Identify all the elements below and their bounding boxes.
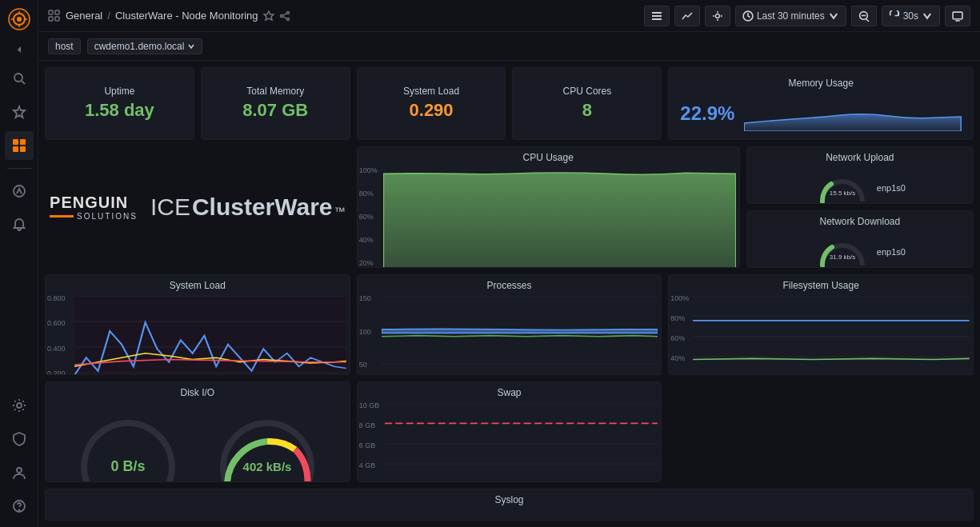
svg-text:0 B/s: 0 B/s [110, 458, 145, 474]
svg-point-25 [280, 14, 282, 17]
svg-point-24 [286, 11, 289, 14]
star-icon[interactable] [263, 10, 274, 22]
total-memory-label: Total Memory [240, 81, 310, 100]
memory-percent: 22.9% [680, 102, 734, 125]
sidebar-item-config[interactable] [5, 391, 34, 420]
clock-icon [742, 10, 754, 22]
total-memory-value: 8.07 GB [242, 100, 308, 127]
product-name: ICE ClusterWare ™ [150, 194, 346, 221]
svg-line-36 [866, 18, 868, 21]
svg-rect-31 [652, 18, 662, 20]
cpu-cores-label: CPU Cores [557, 81, 618, 100]
cpu-cores-value: 8 [582, 100, 592, 127]
chevron-down-icon [828, 10, 839, 22]
sidebar-item-search[interactable] [5, 64, 34, 93]
sidebar-item-starred[interactable] [5, 98, 34, 126]
refresh-button[interactable]: 30s [882, 6, 940, 26]
zoom-out-button[interactable] [851, 6, 877, 26]
cpu-usage-title: CPU Usage [358, 147, 739, 166]
graph-icon [682, 10, 693, 22]
svg-point-26 [286, 18, 289, 20]
svg-rect-20 [55, 10, 59, 14]
sidebar-collapse-button[interactable] [5, 40, 34, 59]
system-load-panel: System Load 0.290 [357, 67, 506, 140]
company-name: PENGUIN [50, 194, 128, 212]
disk-io-title: Disk I/O [46, 382, 350, 401]
sidebar-item-dashboards[interactable] [5, 131, 34, 160]
sidebar-item-help[interactable] [5, 492, 34, 521]
network-upload-title: Network Upload [747, 147, 973, 166]
svg-rect-30 [652, 15, 662, 17]
disk-io-panel: Disk I/O 0 B/s Disk Read [45, 381, 350, 482]
interval-label: 30s [903, 10, 918, 22]
penguin-bar [50, 215, 74, 218]
bars-button[interactable] [644, 6, 670, 26]
sidebar-item-alerting[interactable] [5, 210, 34, 239]
svg-rect-12 [13, 146, 18, 152]
grafana-logo[interactable] [6, 6, 32, 32]
topbar: General / ClusterWare - Node Monitoring [38, 0, 980, 32]
system-load-panel: System Load 0.800 0.600 0.400 0.200 0 [45, 274, 350, 375]
svg-rect-37 [953, 12, 962, 19]
time-range-button[interactable]: Last 30 minutes [735, 6, 846, 26]
uptime-panel: Uptime 1.58 day [45, 67, 194, 140]
penguin-logo: PENGUIN SOLUTIONS [50, 194, 138, 221]
breadcrumb-title[interactable]: ClusterWare - Node Monitoring [115, 10, 258, 22]
svg-point-7 [14, 74, 22, 82]
svg-line-28 [282, 13, 286, 15]
settings-button[interactable] [705, 6, 730, 26]
memory-usage-panel: Memory Usage 22.9% [668, 67, 974, 140]
swap-chart-svg: 10:20 10:30 10:40 [385, 403, 658, 482]
network-download-title: Network Download [747, 211, 973, 230]
swap-panel: Swap 10 GB 8 GB 6 GB 4 GB 2 GB 0 B [357, 381, 662, 482]
sysload-chart-svg: 10:20 10:30 10:40 [74, 296, 346, 375]
chevron-down-icon3 [187, 42, 195, 50]
sidebar-item-shield[interactable] [5, 425, 34, 453]
memory-chart [744, 95, 962, 131]
breadcrumb: General / ClusterWare - Node Monitoring [48, 10, 638, 22]
settings-icon [712, 10, 723, 22]
dashboard: Uptime 1.58 day Total Memory 8.07 GB Sys… [38, 61, 980, 527]
svg-rect-11 [20, 139, 26, 145]
svg-point-16 [17, 468, 22, 473]
cpu-cores-panel: CPU Cores 8 [512, 67, 662, 140]
chevron-down-icon2 [922, 10, 933, 22]
download-label-enp1s0: enp1s0 [877, 247, 906, 257]
branding-panel: PENGUIN SOLUTIONS ICE ClusterWare ™ [45, 146, 350, 268]
breadcrumb-section[interactable]: General [66, 10, 102, 22]
zoom-out-icon [858, 10, 870, 22]
host-filter-select[interactable]: cwdemo1.demo.local [87, 38, 203, 54]
svg-rect-10 [13, 139, 18, 145]
syslog-panel: Syslog [45, 489, 974, 521]
total-memory-panel: Total Memory 8.07 GB [201, 67, 350, 140]
refresh-icon [889, 10, 900, 22]
sidebar-item-user[interactable] [5, 458, 34, 487]
syslog-title: Syslog [46, 489, 973, 509]
svg-rect-21 [49, 17, 53, 21]
disk-write-gauge: 402 kB/s [215, 413, 319, 482]
share-icon[interactable] [279, 10, 290, 22]
svg-marker-9 [14, 106, 25, 118]
graph-button[interactable] [674, 6, 700, 26]
display-icon [952, 10, 963, 22]
svg-text:31.9 kb/s: 31.9 kb/s [830, 254, 855, 261]
proc-chart-svg: 10:20 10:30 10:40 [382, 296, 658, 375]
svg-rect-22 [55, 17, 59, 21]
filterbar: host cwdemo1.demo.local [38, 32, 980, 61]
disk-read-gauge: 0 B/s [76, 413, 180, 482]
host-value: cwdemo1.demo.local [94, 41, 185, 52]
processes-panel: Processes 150 100 50 0 [357, 274, 662, 375]
uptime-label: Uptime [98, 81, 141, 100]
filesystem-title: Filesystem Usage [669, 275, 973, 294]
network-upload-panel: Network Upload 15.5 kb/s enp1s0 [746, 146, 974, 204]
topbar-controls: Last 30 minutes 30s [644, 6, 970, 26]
network-download-panel: Network Download 31.9 kb/s enp1s0 [746, 210, 974, 268]
svg-marker-23 [264, 11, 274, 20]
svg-rect-13 [20, 146, 26, 152]
svg-point-32 [715, 14, 719, 18]
display-button[interactable] [945, 6, 970, 26]
sidebar-item-explore[interactable] [5, 177, 34, 206]
svg-point-6 [17, 17, 22, 22]
svg-line-27 [282, 16, 286, 18]
fs-chart-svg: 10:20 10:30 10:40 [693, 296, 970, 375]
